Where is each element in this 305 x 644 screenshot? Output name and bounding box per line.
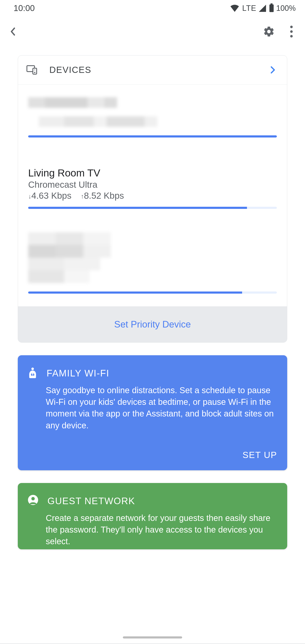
device-item[interactable]: Living Room TV Chromecast Ultra ↓4.63 Kb… [18, 150, 287, 222]
svg-point-3 [34, 70, 35, 70]
down-arrow-icon: ↓ [28, 193, 31, 200]
devices-card: DEVICES [18, 55, 287, 342]
device-name: Living Room TV [28, 167, 277, 179]
usage-bar [28, 207, 277, 209]
device-subtitle: Chromecast Ultra [28, 180, 277, 190]
devices-title: DEVICES [49, 65, 91, 75]
device-speeds: ↓4.63 Kbps ↑8.52 Kbps [28, 191, 277, 201]
device-item[interactable] [18, 97, 287, 150]
family-wifi-body: Say goodbye to online distractions. Set … [46, 384, 277, 431]
family-setup-button[interactable]: SET UP [242, 450, 277, 460]
cell-signal-icon [259, 5, 266, 12]
redacted-content [28, 97, 121, 108]
download-speed: 4.63 Kbps [31, 191, 72, 200]
usage-bar [28, 292, 277, 294]
back-button[interactable] [6, 23, 20, 40]
usage-bar [28, 135, 277, 138]
svg-point-2 [34, 72, 35, 73]
wifi-icon [230, 5, 239, 12]
chevron-right-icon [270, 66, 275, 74]
device-item[interactable] [18, 222, 287, 306]
upload-speed: 8.52 Kbps [84, 191, 124, 200]
gear-icon [263, 26, 275, 38]
redacted-content [39, 116, 162, 127]
family-icon [28, 367, 37, 378]
redacted-content [28, 232, 121, 283]
dot-icon [290, 26, 293, 28]
gesture-bar[interactable] [123, 636, 182, 638]
svg-point-8 [31, 497, 35, 500]
family-wifi-title: FAMILY WI-FI [46, 368, 109, 378]
overflow-menu-button[interactable] [288, 24, 295, 40]
set-priority-label: Set Priority Device [114, 319, 191, 330]
status-right: LTE 100% [230, 4, 296, 13]
status-time: 10:00 [14, 4, 35, 13]
family-wifi-card: FAMILY WI-FI Say goodbye to online distr… [18, 355, 287, 470]
settings-button[interactable] [261, 24, 277, 40]
guest-network-body: Create a separate network for your guest… [46, 512, 277, 548]
up-arrow-icon: ↑ [81, 193, 84, 200]
svg-point-6 [32, 373, 34, 375]
battery-icon [270, 4, 274, 12]
battery-text: 100% [276, 4, 296, 13]
dot-icon [290, 30, 293, 33]
guest-network-card: GUEST NETWORK Create a separate network … [18, 483, 287, 550]
person-circle-icon [28, 495, 38, 505]
set-priority-button[interactable]: Set Priority Device [18, 306, 287, 342]
app-bar [0, 14, 305, 48]
chevron-left-icon [10, 27, 15, 36]
svg-point-4 [31, 368, 34, 370]
devices-icon [26, 65, 38, 74]
guest-network-title: GUEST NETWORK [48, 496, 135, 506]
devices-card-header[interactable]: DEVICES [18, 56, 287, 84]
svg-rect-1 [33, 68, 37, 74]
status-bar: 10:00 LTE 100% [0, 0, 305, 14]
network-label: LTE [242, 4, 256, 13]
dot-icon [290, 35, 293, 38]
